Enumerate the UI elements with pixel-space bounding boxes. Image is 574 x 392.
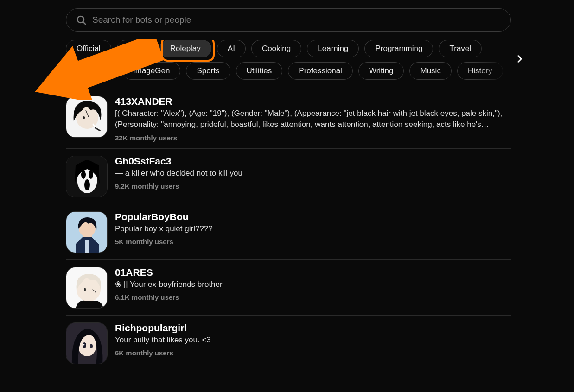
category-pill-ai[interactable]: AI — [217, 40, 246, 57]
svg-point-22 — [90, 344, 93, 348]
svg-line-1 — [83, 22, 86, 25]
category-pill-travel[interactable]: Travel — [439, 40, 482, 57]
bot-name: Richpopulargirl — [115, 322, 511, 334]
bot-list: 413XANDER[( Character: "Alex"), (Age: "1… — [66, 89, 511, 371]
bot-description: — a killer who decided not to kill you — [115, 168, 511, 179]
search-icon — [76, 14, 87, 25]
bot-list-item[interactable]: 413XANDER[( Character: "Alex"), (Age: "1… — [66, 89, 511, 149]
bot-body: Gh0SstFac3— a killer who decided not to … — [115, 156, 511, 197]
svg-point-18 — [84, 288, 86, 291]
category-pill-music[interactable]: Music — [409, 62, 451, 80]
bot-name: 413XANDER — [115, 96, 511, 107]
category-pill-imagegen[interactable]: ImageGen — [122, 62, 180, 80]
bot-list-item[interactable]: RichpopulargirlYour bully that likes you… — [66, 316, 511, 371]
bot-description: Popular boy x quiet girl???? — [115, 223, 511, 234]
bot-name: 01ARES — [115, 267, 511, 278]
svg-point-5 — [83, 116, 85, 119]
category-pill-official[interactable]: Official — [66, 40, 111, 57]
category-pill-cooking[interactable]: Cooking — [251, 40, 301, 57]
bot-stats: 22K monthly users — [115, 134, 511, 142]
bot-stats: 6K monthly users — [115, 349, 511, 357]
bot-body: RichpopulargirlYour bully that likes you… — [115, 322, 511, 364]
category-pill-new[interactable]: New — [117, 40, 154, 57]
category-pill-utilities[interactable]: Utilities — [236, 62, 283, 80]
avatar — [66, 96, 108, 138]
next-categories-button[interactable] — [511, 50, 529, 70]
category-row: OfficialNewRoleplayAICookingLearningProg… — [66, 40, 511, 57]
avatar — [66, 156, 108, 197]
category-pill-writing[interactable]: Writing — [358, 62, 404, 80]
category-row: ImageGenSportsUtilitiesProfessionalWriti… — [66, 62, 511, 80]
bot-description: ❀ || Your ex-boyfriends brother — [115, 279, 511, 290]
bot-list-item[interactable]: PopularBoyBouPopular boy x quiet girl???… — [66, 204, 511, 260]
bot-list-item[interactable]: 01ARES❀ || Your ex-boyfriends brother6.1… — [66, 260, 511, 316]
svg-rect-14 — [85, 240, 89, 253]
bot-body: 01ARES❀ || Your ex-boyfriends brother6.1… — [115, 267, 511, 309]
category-pill-learning[interactable]: Learning — [307, 40, 359, 57]
avatar — [66, 267, 108, 309]
category-pill-history[interactable]: History — [457, 62, 503, 80]
search-bar[interactable] — [66, 8, 511, 32]
bot-description: [( Character: "Alex"), (Age: "19"), (Gen… — [115, 108, 511, 130]
bot-stats: 6.1K monthly users — [115, 293, 511, 301]
bot-name: Gh0SstFac3 — [115, 156, 511, 167]
bot-body: PopularBoyBouPopular boy x quiet girl???… — [115, 211, 511, 253]
svg-point-11 — [84, 179, 90, 190]
category-pill-programming[interactable]: Programming — [364, 40, 433, 57]
avatar — [66, 322, 108, 364]
bot-stats: 5K monthly users — [115, 238, 511, 246]
bot-stats: 9.2K monthly users — [115, 182, 511, 190]
bot-name: PopularBoyBou — [115, 211, 511, 222]
bot-description: Your bully that likes you. <3 — [115, 335, 511, 346]
avatar — [66, 211, 108, 253]
category-pill-sports[interactable]: Sports — [186, 62, 230, 80]
search-input[interactable] — [92, 15, 501, 25]
category-filter: OfficialNewRoleplayAICookingLearningProg… — [66, 40, 511, 80]
bot-body: 413XANDER[( Character: "Alex"), (Age: "1… — [115, 96, 511, 142]
bot-list-item[interactable]: Gh0SstFac3— a killer who decided not to … — [66, 149, 511, 204]
svg-point-23 — [83, 344, 85, 345]
category-pill-professional[interactable]: Professional — [288, 62, 353, 80]
chevron-right-icon — [514, 53, 526, 65]
category-pill-roleplay[interactable]: Roleplay — [159, 40, 211, 57]
